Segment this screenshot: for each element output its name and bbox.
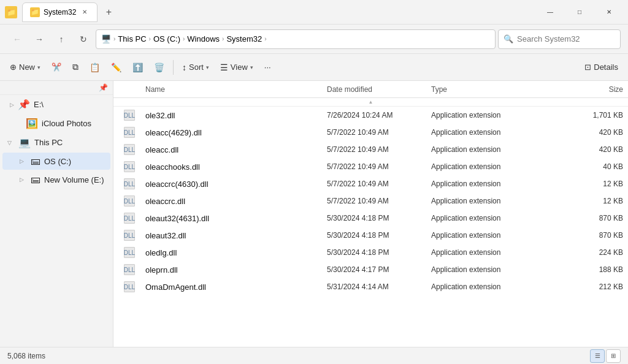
sort-chevron-icon: ▾ (206, 64, 209, 70)
list-view-button[interactable]: ☰ (590, 349, 605, 363)
file-type: Application extension (426, 162, 537, 171)
sidebar-label-os-c: OS (C:) (44, 157, 71, 166)
table-row[interactable]: DLL oleacc(4629).dll 5/7/2022 10:49 AM A… (113, 124, 628, 141)
table-row[interactable]: DLL oleacchooks.dll 5/7/2022 10:49 AM Ap… (113, 158, 628, 175)
share-icon: ⬆️ (132, 63, 143, 72)
more-icon: ··· (264, 63, 271, 72)
e-drive-icon: 📌 (18, 99, 30, 110)
new-tab-button[interactable]: + (100, 4, 117, 21)
sidebar-pin-row: 📌 (0, 81, 113, 95)
file-date: 5/7/2022 10:49 AM (322, 180, 426, 188)
file-size: 12 KB (537, 180, 628, 188)
breadcrumb-computer-icon: 🖥️ (101, 34, 111, 44)
active-tab[interactable]: 📁 System32 ✕ (22, 2, 98, 22)
sort-button[interactable]: ↕ Sort ▾ (177, 58, 214, 77)
paste-button[interactable]: 📋 (85, 58, 105, 77)
file-icon: DLL (124, 281, 135, 292)
details-button[interactable]: ⊡ Details (580, 58, 623, 77)
pin-icon[interactable]: 📌 (99, 83, 108, 92)
expand-this-pc[interactable]: ▽ (7, 140, 15, 146)
file-date: 7/26/2024 10:24 AM (322, 111, 426, 119)
file-name: oleacc(4629).dll (145, 128, 322, 137)
close-button[interactable]: ✕ (595, 2, 623, 22)
expand-os-c[interactable]: ▷ (20, 158, 27, 164)
sidebar-expand-e: ▷ (10, 102, 14, 108)
table-row[interactable]: DLL oleaut32(4631).dll 5/30/2024 4:18 PM… (113, 210, 628, 227)
forward-button[interactable]: → (29, 29, 49, 49)
file-type: Application extension (426, 265, 537, 274)
file-date: 5/31/2024 4:14 AM (322, 282, 426, 291)
breadcrumb-thispc[interactable]: This PC (118, 34, 146, 44)
grid-view-button[interactable]: ⊞ (606, 349, 621, 363)
sidebar-item-this-pc[interactable]: ▽ 💻 This PC (2, 134, 110, 151)
file-area: Name Date modified Type Size ▲ DLL ole32… (113, 81, 628, 347)
share-button[interactable]: ⬆️ (128, 58, 148, 77)
cut-button[interactable]: ✂️ (47, 58, 66, 77)
sidebar-item-os-c[interactable]: ▷ 🖴 OS (C:) (2, 153, 110, 170)
window-controls: — □ ✕ (536, 2, 623, 22)
file-type: Application extension (426, 180, 537, 188)
expand-new-vol[interactable]: ▷ (20, 176, 27, 183)
sidebar-item-new-volume[interactable]: ▷ 🖴 New Volume (E:) (2, 171, 110, 188)
delete-button[interactable]: 🗑️ (149, 58, 169, 77)
rename-icon: ✏️ (111, 63, 121, 72)
sidebar-item-icloud[interactable]: 🖼️ iCloud Photos (2, 115, 110, 132)
file-name: oledlg.dll (145, 248, 322, 257)
breadcrumb-osc[interactable]: OS (C:) (153, 34, 180, 44)
new-button[interactable]: ⊕ New ▾ (5, 58, 45, 77)
file-name: oleaut32(4631).dll (145, 214, 322, 223)
rename-button[interactable]: ✏️ (106, 58, 126, 77)
table-row[interactable]: DLL oleacc.dll 5/7/2022 10:49 AM Applica… (113, 141, 628, 158)
table-row[interactable]: DLL oleprn.dll 5/30/2024 4:17 PM Applica… (113, 261, 628, 278)
view-icon: ☰ (220, 63, 228, 72)
new-chevron-icon: ▾ (37, 64, 40, 70)
file-icon: DLL (124, 127, 135, 138)
breadcrumb-system32[interactable]: System32 (226, 34, 262, 44)
sidebar-item-e-drive[interactable]: ▷ 📌 E:\ (2, 96, 110, 113)
copy-button[interactable]: ⧉ (67, 58, 83, 77)
os-c-icon: 🖴 (31, 156, 40, 167)
file-type: Application extension (426, 145, 537, 154)
col-header-name[interactable]: Name (113, 84, 322, 95)
sidebar-label-e-drive: E:\ (34, 100, 44, 109)
table-row[interactable]: DLL oleaccrc.dll 5/7/2022 10:49 AM Appli… (113, 192, 628, 210)
up-button[interactable]: ↑ (52, 29, 71, 49)
file-icon-cell: DLL (113, 195, 145, 207)
file-date: 5/7/2022 10:49 AM (322, 162, 426, 171)
sidebar-label-this-pc: This PC (34, 138, 63, 147)
file-icon: DLL (124, 161, 135, 172)
view-button[interactable]: ☰ View ▾ (215, 58, 258, 77)
maximize-button[interactable]: □ (565, 2, 594, 22)
new-volume-icon: 🖴 (31, 174, 40, 185)
col-header-type[interactable]: Type (426, 84, 537, 95)
col-header-size[interactable]: Size (537, 84, 628, 95)
more-button[interactable]: ··· (259, 58, 276, 77)
file-size: 12 KB (537, 197, 628, 205)
table-row[interactable]: DLL ole32.dll 7/26/2024 10:24 AM Applica… (113, 107, 628, 124)
search-box[interactable]: 🔍 (498, 29, 621, 49)
table-row[interactable]: DLL oleaut32.dll 5/30/2024 4:18 PM Appli… (113, 227, 628, 244)
details-label: Details (594, 63, 618, 72)
col-header-date[interactable]: Date modified (322, 84, 426, 95)
file-name: OmaDmAgent.dll (145, 282, 322, 292)
file-list[interactable]: DLL ole32.dll 7/26/2024 10:24 AM Applica… (113, 107, 628, 347)
file-date: 5/30/2024 4:17 PM (322, 265, 426, 274)
file-size: 188 KB (537, 265, 628, 274)
file-date: 5/30/2024 4:18 PM (322, 248, 426, 257)
table-row[interactable]: DLL OmaDmAgent.dll 5/31/2024 4:14 AM App… (113, 278, 628, 295)
breadcrumb-windows[interactable]: Windows (187, 34, 220, 44)
sidebar-label-icloud: iCloud Photos (42, 119, 91, 128)
refresh-button[interactable]: ↻ (74, 29, 93, 49)
file-size: 420 KB (537, 145, 628, 154)
file-date: 5/7/2022 10:49 AM (322, 145, 426, 154)
table-row[interactable]: DLL oleaccrc(4630).dll 5/7/2022 10:49 AM… (113, 175, 628, 192)
back-button[interactable]: ← (7, 29, 27, 49)
file-size: 1,701 KB (537, 111, 628, 119)
file-name: ole32.dll (145, 111, 322, 120)
minimize-button[interactable]: — (536, 2, 564, 22)
table-row[interactable]: DLL oledlg.dll 5/30/2024 4:18 PM Applica… (113, 244, 628, 261)
tab-close-button[interactable]: ✕ (80, 7, 90, 17)
breadcrumb[interactable]: 🖥️ › This PC › OS (C:) › Windows › Syste… (96, 29, 496, 49)
search-input[interactable] (517, 34, 615, 44)
view-label: View (231, 63, 248, 72)
